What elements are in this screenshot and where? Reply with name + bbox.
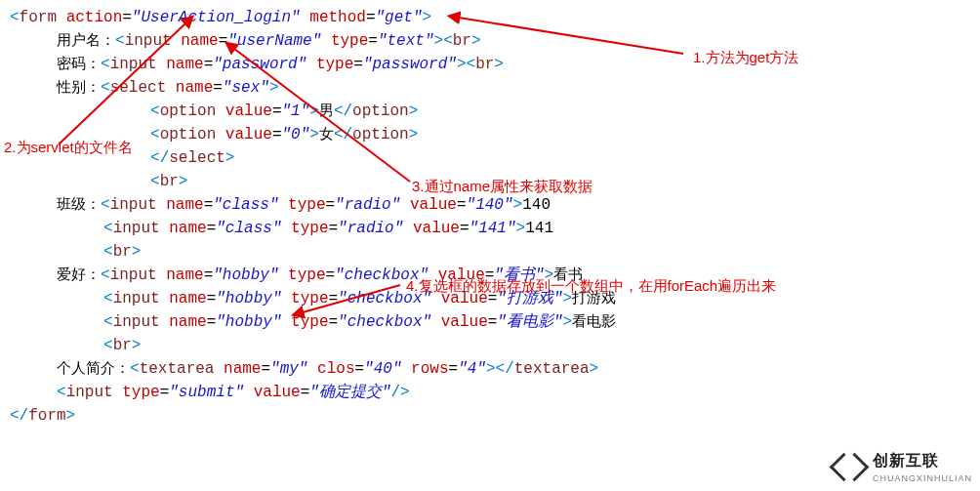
brand-logo: 创新互联 CHUANGXINHULIAN bbox=[832, 449, 972, 486]
brand-subtitle: CHUANGXINHULIAN bbox=[873, 472, 972, 486]
annotation-2: 2.为servlet的文件名 bbox=[4, 137, 133, 159]
annotation-4: 4.复选框的数据存放到一个数组中，在用forEach遍历出来 bbox=[406, 275, 776, 298]
code-block: <form action="UserAction_login" method="… bbox=[10, 6, 616, 428]
brand-name: 创新互联 bbox=[873, 452, 939, 469]
annotation-3: 3.通过name属性来获取数据 bbox=[412, 176, 592, 198]
brand-mark-icon bbox=[832, 449, 867, 484]
annotation-1: 1.方法为get方法 bbox=[693, 47, 798, 69]
